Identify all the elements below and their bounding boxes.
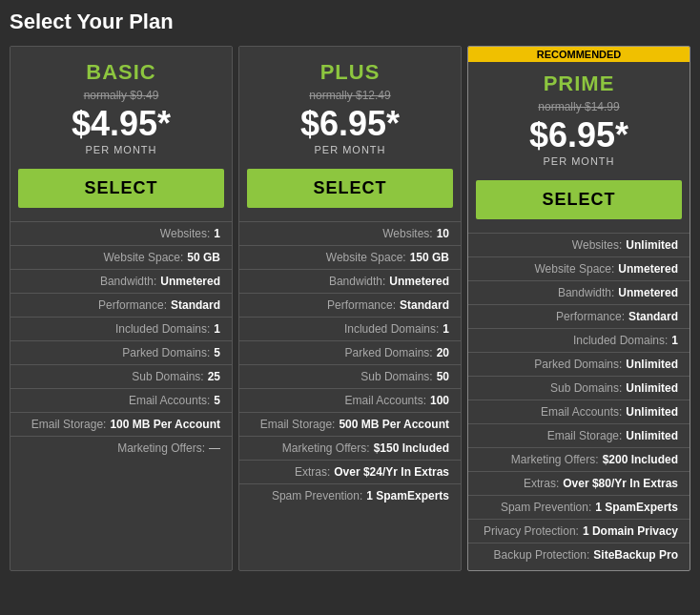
feature-value: $200 Included (603, 453, 678, 466)
feature-label: Websites: (160, 227, 210, 240)
feature-value: 5 (214, 346, 220, 359)
feature-row: Email Storage: 500 MB Per Account (239, 412, 461, 436)
feature-row: Email Accounts: 100 (239, 388, 461, 412)
feature-value: 150 GB (410, 251, 449, 264)
feature-label: Spam Prevention: (272, 489, 362, 502)
feature-row: Sub Domains: 25 (10, 364, 232, 388)
feature-label: Parked Domains: (534, 358, 622, 371)
feature-row: Performance: Standard (468, 304, 690, 328)
feature-value: 1 (214, 227, 220, 240)
feature-label: Marketing Offers: (117, 441, 205, 455)
plan-price-prime: $6.95* (478, 115, 680, 155)
feature-row: Marketing Offers: — (10, 436, 232, 460)
feature-value: 50 (437, 370, 449, 383)
feature-label: Included Domains: (115, 322, 210, 336)
plan-card-basic: BASIC normally $9.49 $4.95* PER MONTH SE… (10, 46, 233, 571)
feature-row: Email Storage: Unlimited (468, 423, 690, 447)
feature-label: Extras: (295, 465, 330, 479)
plan-normal-price-prime: normally $14.99 (478, 100, 680, 113)
feature-row: Website Space: 50 GB (10, 245, 232, 269)
feature-value: Standard (171, 298, 220, 312)
plan-header-plus: PLUS normally $12.49 $6.95* PER MONTH (239, 47, 461, 169)
feature-value: Unmetered (160, 275, 220, 288)
feature-label: Website Space: (534, 262, 614, 276)
feature-label: Parked Domains: (345, 346, 433, 359)
feature-row: Performance: Standard (239, 293, 461, 317)
feature-value: Unmetered (618, 262, 678, 276)
feature-value: Over $80/Yr In Extras (563, 477, 678, 490)
feature-row: Parked Domains: 20 (239, 340, 461, 364)
feature-value: 100 (430, 394, 449, 407)
feature-value: — (209, 441, 220, 455)
feature-value: Unmetered (389, 275, 449, 288)
feature-value: Unlimited (626, 358, 678, 371)
feature-label: Extras: (524, 477, 559, 490)
plan-per-month-plus: PER MONTH (249, 144, 451, 155)
feature-row: Spam Prevention: 1 SpamExperts (239, 483, 461, 507)
feature-label: Websites: (572, 238, 622, 252)
feature-value: SiteBackup Pro (593, 548, 678, 562)
plans-container: BASIC normally $9.49 $4.95* PER MONTH SE… (10, 46, 690, 571)
feature-row: Sub Domains: 50 (239, 364, 461, 388)
feature-row: Parked Domains: 5 (10, 340, 232, 364)
feature-label: Email Accounts: (129, 394, 210, 407)
plan-name-basic: BASIC (20, 60, 222, 85)
feature-row: Extras: Over $24/Yr In Extras (239, 460, 461, 483)
plan-per-month-prime: PER MONTH (478, 155, 680, 167)
feature-row: Bandwidth: Unmetered (468, 280, 690, 304)
feature-value: 5 (214, 394, 220, 407)
feature-label: Sub Domains: (132, 370, 203, 383)
feature-row: Websites: 1 (10, 221, 232, 245)
plan-features-prime: Websites: Unlimited Website Space: Unmet… (468, 229, 690, 570)
feature-row: Bandwidth: Unmetered (239, 269, 461, 293)
feature-label: Email Storage: (31, 418, 107, 431)
feature-value: Unlimited (626, 429, 678, 442)
feature-label: Performance: (327, 298, 396, 312)
feature-row: Privacy Protection: 1 Domain Privacy (468, 519, 690, 543)
plan-header-basic: BASIC normally $9.49 $4.95* PER MONTH (10, 47, 232, 169)
feature-value: 10 (437, 227, 449, 240)
feature-value: Unlimited (626, 381, 678, 395)
feature-value: 100 MB Per Account (110, 418, 220, 431)
feature-label: Website Space: (103, 251, 183, 264)
feature-label: Performance: (556, 310, 625, 323)
select-button-prime[interactable]: SELECT (476, 180, 682, 219)
feature-value: 1 (671, 334, 678, 347)
feature-row: Email Storage: 100 MB Per Account (10, 412, 232, 436)
feature-row: Email Accounts: 5 (10, 388, 232, 412)
feature-value: 20 (437, 346, 449, 359)
plan-name-prime: PRIME (478, 72, 680, 96)
feature-label: Email Storage: (260, 418, 336, 431)
plan-header-prime: PRIME normally $14.99 $6.95* PER MONTH (468, 47, 690, 180)
feature-row: Website Space: Unmetered (468, 256, 690, 280)
plan-per-month-basic: PER MONTH (20, 144, 222, 155)
feature-row: Websites: 10 (239, 221, 461, 245)
feature-value: Over $24/Yr In Extras (334, 465, 449, 479)
plan-features-basic: Websites: 1 Website Space: 50 GB Bandwid… (10, 217, 232, 463)
feature-row: Parked Domains: Unlimited (468, 352, 690, 376)
feature-label: Performance: (98, 298, 167, 312)
feature-value: 1 (443, 322, 449, 336)
feature-label: Email Accounts: (541, 405, 622, 419)
feature-label: Included Domains: (344, 322, 439, 336)
plan-price-plus: $6.95* (249, 104, 451, 144)
select-button-basic[interactable]: SELECT (18, 169, 224, 208)
feature-value: $150 Included (374, 441, 449, 455)
plan-price-basic: $4.95* (20, 104, 222, 144)
page-title: Select Your Plan (10, 10, 690, 34)
feature-row: Extras: Over $80/Yr In Extras (468, 471, 690, 495)
feature-label: Bandwidth: (100, 275, 156, 288)
feature-value: Unmetered (618, 286, 678, 299)
feature-label: Marketing Offers: (282, 441, 370, 455)
feature-row: Included Domains: 1 (10, 317, 232, 340)
feature-row: Backup Protection: SiteBackup Pro (468, 543, 690, 566)
feature-label: Websites: (382, 227, 432, 240)
select-button-plus[interactable]: SELECT (247, 169, 453, 208)
feature-value: 1 SpamExperts (366, 489, 449, 502)
plan-features-plus: Websites: 10 Website Space: 150 GB Bandw… (239, 217, 461, 511)
feature-value: 1 (214, 322, 220, 336)
plan-card-prime: RECOMMENDED PRIME normally $14.99 $6.95*… (467, 46, 690, 571)
feature-value: 500 MB Per Account (339, 418, 449, 431)
feature-value: Unlimited (626, 238, 678, 252)
feature-row: Marketing Offers: $200 Included (468, 447, 690, 471)
